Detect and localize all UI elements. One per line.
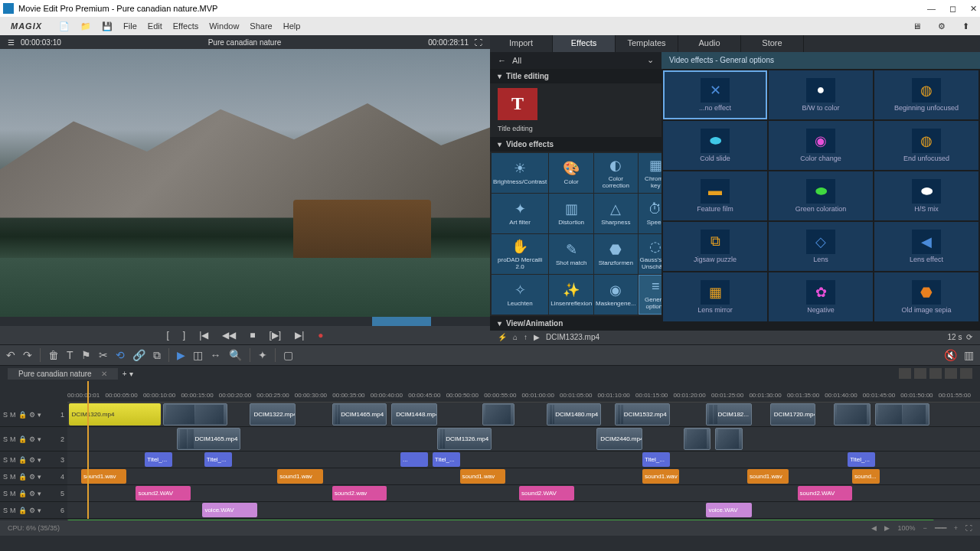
category-view-animation[interactable]: ▾ View/Animation — [490, 316, 662, 331]
clip[interactable]: DCIM1465.mp4 — [177, 428, 240, 450]
clip[interactable]: DCIM1465.mp4 — [332, 403, 387, 425]
category-title-editing[interactable]: ▾ Title editing — [490, 69, 662, 83]
marker-tool[interactable]: ⚑ — [81, 349, 91, 361]
tab-store[interactable]: Store — [741, 35, 804, 52]
fx-stanzformen[interactable]: ⬣Stanzformen — [594, 234, 637, 274]
preset-h-s-mix[interactable]: ⬬H/S mix — [874, 171, 978, 220]
preset-feature-film[interactable]: ▬Feature film — [663, 171, 767, 220]
add-tab-button[interactable]: + — [122, 370, 127, 378]
preset-cold-slide[interactable]: ⬬Cold slide — [663, 121, 767, 170]
track-lane-4[interactable]: sound1.wavsound1.wavsound1.wavsound1.wav… — [67, 468, 980, 484]
fx-art-filter[interactable]: ✦Art filter — [492, 194, 548, 233]
split-tool[interactable]: ✂ — [99, 349, 108, 361]
range-tool[interactable]: ◫ — [193, 349, 203, 361]
track-lane-1[interactable]: DCIM1320.mp4DCIM1322.mp4DCIM1465.mp4DCIM… — [67, 403, 980, 426]
clip[interactable]: DCIM1448.mp4 — [391, 403, 437, 425]
view-mode-5[interactable] — [960, 368, 972, 379]
clip[interactable] — [482, 403, 514, 425]
delete-button[interactable]: 🗑 — [48, 349, 59, 361]
category-video-effects[interactable]: ▾ Video effects — [490, 137, 662, 152]
fx-color[interactable]: 🎨Color — [549, 153, 593, 193]
track-header-6[interactable]: SM🔒⚙▾6 — [0, 502, 67, 518]
fx-sharpness[interactable]: △Sharpness — [594, 194, 637, 233]
clip[interactable] — [834, 403, 871, 425]
clip[interactable]: sound1.wav — [747, 469, 789, 484]
preset-green-coloration[interactable]: ⬬Green coloration — [769, 171, 873, 220]
nav-left-icon[interactable]: ◀ — [871, 524, 877, 532]
clip[interactable]: DCIM2440.mp4 — [596, 428, 642, 450]
stretch-tool[interactable]: ↔ — [211, 349, 221, 361]
menu-window[interactable]: Window — [204, 20, 243, 32]
fx-color-correction[interactable]: ◐Color correction — [594, 153, 637, 193]
record-button[interactable]: ● — [318, 330, 323, 341]
clip[interactable]: ... — [400, 452, 428, 467]
preset-lens-mirror[interactable]: ▦Lens mirror — [663, 272, 767, 321]
mixer-icon[interactable]: ▥ — [964, 349, 974, 361]
clip[interactable] — [715, 428, 743, 450]
mark-out-button[interactable]: ] — [183, 330, 185, 341]
undo-button[interactable]: ↶ — [6, 349, 15, 361]
menu-icon[interactable]: ☰ — [8, 38, 15, 47]
clip[interactable]: Titel_... — [145, 452, 172, 467]
clip[interactable]: voice.WAV — [202, 503, 257, 517]
home-icon[interactable]: ⌂ — [513, 333, 518, 341]
video-preview[interactable] — [0, 49, 490, 317]
clip[interactable]: sound1.wav — [460, 469, 506, 484]
preset-b-w-to-color[interactable]: ●B/W to color — [769, 70, 873, 119]
save-icon[interactable]: 💾 — [97, 20, 117, 33]
tab-audio[interactable]: Audio — [678, 35, 741, 52]
clip[interactable] — [163, 403, 227, 425]
menu-share[interactable]: Share — [245, 20, 276, 32]
preset-color-change[interactable]: ◉Color change — [769, 121, 873, 170]
track-header-1[interactable]: SM🔒⚙▾1 — [0, 403, 67, 426]
clip[interactable]: DCIM1720.mp4 — [770, 403, 816, 425]
track-header-4[interactable]: SM🔒⚙▾4 — [0, 468, 67, 484]
menu-edit[interactable]: Edit — [143, 20, 167, 32]
menu-help[interactable]: Help — [279, 20, 305, 32]
clip[interactable]: Titel_... — [204, 452, 232, 467]
clip[interactable]: voice.WAV — [706, 503, 752, 517]
menu-file[interactable]: File — [119, 20, 142, 32]
preset-old-image-sepia[interactable]: ⬣Old image sepia — [874, 272, 978, 321]
track-header-2[interactable]: SM🔒⚙▾2 — [0, 427, 67, 451]
preset-negative[interactable]: ✿Negative — [769, 272, 873, 321]
fx-leuchten[interactable]: ✧Leuchten — [492, 275, 548, 315]
zoom-in-icon[interactable]: + — [954, 524, 958, 532]
effects-category-dropdown[interactable]: ← All ⌄ — [490, 52, 662, 69]
fit-icon[interactable]: ⛶ — [965, 524, 972, 532]
track-lane-3[interactable]: Titel_...Titel_......Titel_...Titel_...T… — [67, 452, 980, 468]
preset-end-unfocused[interactable]: ◍End unfocused — [874, 121, 978, 170]
nav-right-icon[interactable]: ▶ — [884, 524, 890, 532]
title-tool[interactable]: T — [67, 349, 74, 361]
redo-button[interactable]: ↷ — [23, 349, 32, 361]
track-lane-7[interactable]: song.mp3 — [67, 519, 980, 520]
zoom-slider[interactable]: ━━━ — [935, 524, 946, 532]
fx-prodad-mercalli-[interactable]: ✋proDAD Mercalli 2.0 — [492, 234, 548, 274]
clip[interactable] — [684, 428, 711, 450]
select-tool[interactable]: ▶ — [177, 349, 185, 361]
clip[interactable]: DCIM1326.mp4 — [437, 428, 492, 450]
play-small-icon[interactable]: ▶ — [534, 333, 540, 341]
menu-effects[interactable]: Effects — [168, 20, 203, 32]
settings-icon[interactable]: ⚙ — [933, 20, 950, 33]
track-lane-6[interactable]: voice.WAVvoice.WAV — [67, 502, 980, 518]
clip[interactable]: DCIM1480.mp4 — [547, 403, 602, 425]
preset--no-effect[interactable]: ✕...no effect — [663, 70, 767, 119]
screen-icon[interactable]: 🖥 — [908, 20, 926, 33]
mark-in-button[interactable]: [ — [166, 330, 168, 341]
prev-frame-button[interactable]: ◀◀ — [222, 330, 236, 341]
clip[interactable]: sound2.WAV — [798, 486, 853, 500]
up-icon[interactable]: ↑ — [524, 333, 528, 341]
clip[interactable]: DCIM1322.mp4 — [250, 403, 296, 425]
clip[interactable]: sound1.wav — [642, 469, 679, 484]
link-tool[interactable]: 🔗 — [132, 349, 145, 361]
monitor-tool[interactable]: ▢ — [283, 349, 293, 361]
fx-brightness-contrast[interactable]: ☀Brightness/Contrast — [492, 153, 548, 193]
expand-icon[interactable]: ⛶ — [475, 38, 482, 47]
track-header-3[interactable]: SM🔒⚙▾3 — [0, 452, 67, 468]
fx-linsenreflexion[interactable]: ✨Linsenreflexion — [549, 275, 593, 315]
clip[interactable]: Titel_... — [848, 452, 875, 467]
clip[interactable]: sound2.wav — [332, 486, 387, 500]
clip[interactable]: Titel_... — [642, 452, 670, 467]
ripple-tool[interactable]: ⟲ — [116, 349, 125, 361]
